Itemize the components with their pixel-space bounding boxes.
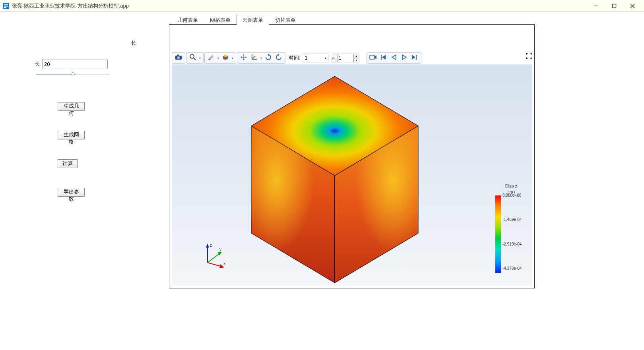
export-params-button[interactable]: 导出参数	[58, 188, 85, 197]
tab-geometry[interactable]: 几何表单	[171, 15, 204, 25]
axes-button[interactable]	[249, 53, 259, 63]
fullscreen-button[interactable]	[525, 52, 533, 61]
axes-icon	[250, 54, 258, 62]
svg-rect-2	[4, 6, 8, 6]
legend-tick-1: -1.459e-04	[502, 217, 522, 222]
screenshot-button[interactable]	[173, 53, 184, 63]
view-cube-button[interactable]	[220, 53, 231, 63]
svg-line-27	[208, 263, 222, 267]
svg-rect-20	[381, 55, 382, 60]
time-step-down[interactable]: ▼	[354, 58, 359, 62]
skip-next-icon	[411, 54, 418, 62]
time-select[interactable]: 1▾	[303, 54, 328, 62]
svg-rect-5	[613, 4, 616, 8]
zoom-button[interactable]	[188, 53, 198, 63]
rotate-cw-icon	[265, 54, 272, 62]
maximize-button[interactable]	[605, 0, 623, 12]
first-frame-button[interactable]	[378, 53, 389, 63]
workspace: 几何表单 网格表单 云图表单 切片表单 ▾ ▾ ▾	[169, 12, 644, 350]
svg-point-9	[177, 56, 180, 59]
camera-icon	[175, 54, 182, 62]
legend-colorbar	[495, 195, 501, 273]
svg-line-25	[208, 253, 220, 263]
rotate-ccw-button[interactable]	[274, 53, 284, 63]
legend-title-1: Disp z	[495, 184, 527, 189]
record-button[interactable]	[368, 53, 378, 63]
rotate-cw-button[interactable]	[263, 53, 274, 63]
brush-icon	[208, 54, 215, 62]
length-label: 长	[32, 60, 40, 68]
parameter-panel: 长 长 生成几何 生成网格 计算 导出参数	[0, 12, 169, 350]
generate-geometry-button[interactable]: 生成几何	[58, 102, 85, 111]
graphics-frame: ▾ ▾ ▾ ▾ 时间: 1▾ ▭	[169, 24, 535, 288]
svg-line-12	[194, 58, 196, 60]
svg-rect-3	[4, 7, 6, 8]
axis-triad: z y x	[200, 242, 228, 270]
svg-text:z: z	[210, 243, 212, 248]
select-tool-button[interactable]	[206, 53, 216, 63]
move-icon	[240, 54, 247, 62]
view-cube-dropdown[interactable]: ▾	[231, 56, 235, 60]
compute-button[interactable]: 计算	[58, 159, 78, 168]
select-dropdown[interactable]: ▾	[216, 56, 220, 60]
minimize-button[interactable]	[587, 0, 605, 12]
legend-tick-2: -2.919e-04	[502, 242, 522, 246]
time-step-input[interactable]	[337, 54, 354, 62]
generate-mesh-button[interactable]: 生成网格	[58, 131, 85, 139]
legend-tick-3: -4.378e-04	[502, 266, 522, 271]
tab-contour[interactable]: 云图表单	[237, 15, 269, 25]
length-input[interactable]	[42, 60, 108, 68]
svg-text:y: y	[219, 247, 221, 251]
magnifier-icon	[189, 54, 196, 62]
graphics-toolbar: ▾ ▾ ▾ ▾ 时间: 1▾ ▭	[172, 52, 532, 64]
title-bar: 张亮-陕西工业职业技术学院-方庄结构分析模型.app	[0, 0, 644, 12]
tab-mesh[interactable]: 网格表单	[204, 15, 237, 25]
svg-rect-19	[370, 55, 374, 59]
time-label: 时间:	[289, 54, 301, 62]
axes-dropdown[interactable]: ▾	[259, 56, 263, 60]
time-step-docked-icon[interactable]: ▭	[331, 54, 337, 62]
length-header-label: 长	[131, 40, 136, 47]
play-icon	[402, 54, 407, 62]
prev-icon	[391, 54, 397, 62]
close-button[interactable]	[623, 0, 642, 12]
svg-point-11	[190, 54, 194, 58]
svg-rect-10	[177, 55, 179, 56]
color-legend: Disp z （m） 0.000e+00 -1.459e-04 -2.919e-…	[495, 184, 527, 273]
skip-first-icon	[380, 54, 387, 62]
time-step-up[interactable]: ▲	[354, 54, 359, 58]
legend-tick-0: 0.000e+00	[502, 193, 522, 197]
svg-text:x: x	[223, 261, 225, 266]
rubik-cube-icon	[222, 54, 229, 62]
play-button[interactable]	[399, 53, 409, 63]
app-icon	[2, 2, 10, 10]
tab-bar: 几何表单 网格表单 云图表单 切片表单	[169, 14, 302, 25]
svg-line-18	[252, 56, 255, 59]
length-slider[interactable]	[36, 72, 109, 76]
fullscreen-icon	[526, 53, 532, 61]
rotate-ccw-icon	[275, 54, 282, 62]
window-title: 张亮-陕西工业职业技术学院-方庄结构分析模型.app	[12, 2, 129, 10]
zoom-dropdown[interactable]: ▾	[198, 56, 202, 60]
svg-point-13	[209, 59, 210, 60]
time-select-value: 1	[305, 55, 308, 61]
pan-button[interactable]	[239, 53, 249, 63]
svg-rect-21	[416, 55, 417, 60]
prev-frame-button[interactable]	[389, 53, 399, 63]
next-frame-button[interactable]	[409, 53, 420, 63]
3d-viewport[interactable]: z y x Disp z （m）	[172, 64, 532, 286]
result-cube	[243, 72, 426, 286]
tab-slice[interactable]: 切片表单	[269, 15, 302, 25]
video-camera-icon	[369, 54, 377, 62]
svg-rect-1	[4, 4, 8, 5]
